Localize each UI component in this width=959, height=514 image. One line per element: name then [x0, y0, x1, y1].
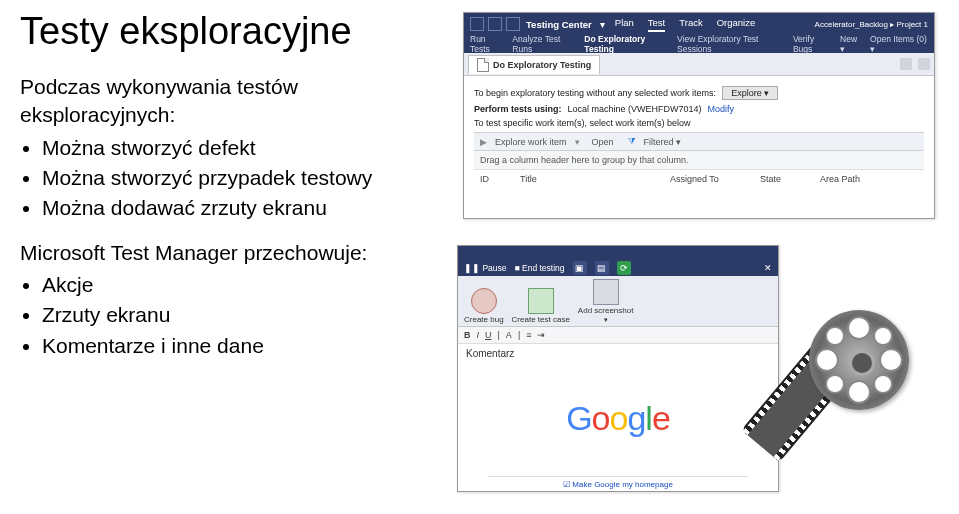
bug-icon: [471, 288, 497, 314]
perform-tests-value: Local machine (VWEHFDW7014): [568, 104, 702, 114]
list-item: Komentarze i inne dane: [42, 332, 440, 360]
tc-header: Testing Center ▾ Plan Test Track Organiz…: [464, 13, 934, 35]
back-icon[interactable]: [470, 17, 484, 31]
runner-titlebar: [458, 246, 778, 260]
tab-plan[interactable]: Plan: [615, 17, 634, 32]
browser-content: Google: [458, 363, 778, 473]
create-test-case-label: Create test case: [512, 315, 570, 324]
create-test-case-button[interactable]: Create test case: [512, 288, 570, 324]
reel-icon: [809, 310, 909, 410]
col-assigned[interactable]: Assigned To: [670, 174, 750, 184]
screenshot-testing-center: Testing Center ▾ Plan Test Track Organiz…: [463, 12, 935, 219]
open-items-menu[interactable]: Open Items (0) ▾: [870, 34, 928, 54]
subtab-analyze-runs[interactable]: Analyze Test Runs: [512, 34, 576, 54]
tab-label: Do Exploratory Testing: [493, 60, 591, 70]
perform-tests-label: Perform tests using:: [474, 104, 562, 114]
add-screenshot-button[interactable]: Add screenshot ▾: [578, 279, 634, 324]
refresh-icon[interactable]: ⟳: [617, 261, 631, 275]
tab-test[interactable]: Test: [648, 17, 665, 32]
tab-do-exploratory-testing[interactable]: Do Exploratory Testing: [468, 55, 600, 74]
list-item: Można stworzyć defekt: [42, 134, 440, 162]
runner-control-bar: ❚❚ Pause ■ End testing ▣ ▤ ⟳ ✕: [458, 260, 778, 276]
screenshot-icon: [593, 279, 619, 305]
new-menu[interactable]: New ▾: [840, 34, 862, 54]
format-toolbar: B I U | A | ≡ ⇥: [458, 327, 778, 344]
font-color-button[interactable]: A: [506, 330, 512, 340]
copy-icon[interactable]: [900, 58, 912, 70]
table-columns: ID Title Assigned To State Area Path: [474, 170, 924, 188]
tc-body: To begin exploratory testing without any…: [464, 76, 934, 194]
filter-icon[interactable]: ⧩: [628, 136, 636, 147]
bold-button[interactable]: B: [464, 330, 471, 340]
subtab-do-exploratory[interactable]: Do Exploratory Testing: [584, 34, 669, 54]
bullet-list-button[interactable]: ≡: [526, 330, 531, 340]
tool-icon-1[interactable]: ▣: [573, 261, 587, 275]
chevron-right-icon: ▶: [480, 137, 487, 147]
subtab-run-tests[interactable]: Run Tests: [470, 34, 504, 54]
tc-document-tabs: Do Exploratory Testing: [464, 53, 934, 76]
testing-center-label[interactable]: Testing Center: [526, 19, 592, 30]
create-bug-button[interactable]: Create bug: [464, 288, 504, 324]
google-logo: Google: [566, 399, 670, 438]
make-google-home-link[interactable]: ☑ Make Google my homepage: [563, 480, 673, 489]
section2-list: Akcje Zrzuty ekranu Komentarze i inne da…: [42, 271, 440, 360]
section1-list: Można stworzyć defekt Można stworzyć prz…: [42, 134, 440, 223]
film-reel-illustration: [779, 290, 939, 450]
select-work-items-text: To test specific work item(s), select wo…: [474, 118, 691, 128]
list-item: Zrzuty ekranu: [42, 301, 440, 329]
indent-button[interactable]: ⇥: [537, 330, 545, 340]
col-title[interactable]: Title: [520, 174, 660, 184]
close-icon[interactable]: ✕: [764, 263, 772, 273]
home-icon[interactable]: [506, 17, 520, 31]
underline-button[interactable]: U: [485, 330, 492, 340]
filtered-dropdown[interactable]: Filtered ▾: [644, 137, 682, 147]
col-state[interactable]: State: [760, 174, 810, 184]
tool-icon-2[interactable]: ▤: [595, 261, 609, 275]
list-item: Można dodawać zrzuty ekranu: [42, 194, 440, 222]
intro-text: To begin exploratory testing without any…: [474, 88, 716, 98]
create-bug-label: Create bug: [464, 315, 504, 324]
screenshot-test-runner: ❚❚ Pause ■ End testing ▣ ▤ ⟳ ✕ Create bu…: [457, 245, 779, 492]
open-button[interactable]: Open: [592, 137, 614, 147]
add-screenshot-label: Add screenshot: [578, 306, 634, 315]
forward-icon[interactable]: [488, 17, 502, 31]
browser-footer: ☑ Make Google my homepage: [458, 476, 778, 489]
group-hint-text: Drag a column header here to group by th…: [480, 155, 689, 165]
pause-button[interactable]: ❚❚ Pause: [464, 263, 506, 273]
close-icon[interactable]: [918, 58, 930, 70]
document-icon: [477, 58, 489, 72]
content-left: Podczas wykonywania testów eksploracyjny…: [20, 73, 440, 360]
work-item-toolbar: ▶ Explore work item ▾ Open ⧩ Filtered ▾: [474, 132, 924, 151]
section1-heading: Podczas wykonywania testów eksploracyjny…: [20, 73, 440, 130]
col-id[interactable]: ID: [480, 174, 510, 184]
col-area[interactable]: Area Path: [820, 174, 910, 184]
chevron-down-icon[interactable]: ▾: [600, 19, 605, 30]
chevron-down-icon: ▾: [604, 316, 608, 324]
project-breadcrumb[interactable]: Accelerator_Backlog ▸ Project 1: [815, 20, 928, 29]
modify-link[interactable]: Modify: [708, 104, 735, 114]
tc-sub-tabs: Run Tests Analyze Test Runs Do Explorato…: [464, 35, 934, 53]
italic-button[interactable]: I: [477, 330, 480, 340]
list-item: Akcje: [42, 271, 440, 299]
runner-action-bar: Create bug Create test case Add screensh…: [458, 276, 778, 327]
tab-organize[interactable]: Organize: [717, 17, 756, 32]
section2-heading: Microsoft Test Manager przechowuje:: [20, 239, 440, 267]
subtab-view-sessions[interactable]: View Exploratory Test Sessions: [677, 34, 785, 54]
group-hint-row: Drag a column header here to group by th…: [474, 151, 924, 170]
test-case-icon: [528, 288, 554, 314]
subtab-verify-bugs[interactable]: Verify Bugs: [793, 34, 832, 54]
end-testing-button[interactable]: ■ End testing: [514, 263, 564, 273]
tab-track[interactable]: Track: [679, 17, 702, 32]
explore-button[interactable]: Explore ▾: [722, 86, 778, 100]
comment-label: Komentarz: [458, 344, 778, 363]
list-item: Można stworzyć przypadek testowy: [42, 164, 440, 192]
explore-work-item-button[interactable]: Explore work item: [495, 137, 567, 147]
tc-main-tabs: Plan Test Track Organize: [615, 17, 755, 32]
